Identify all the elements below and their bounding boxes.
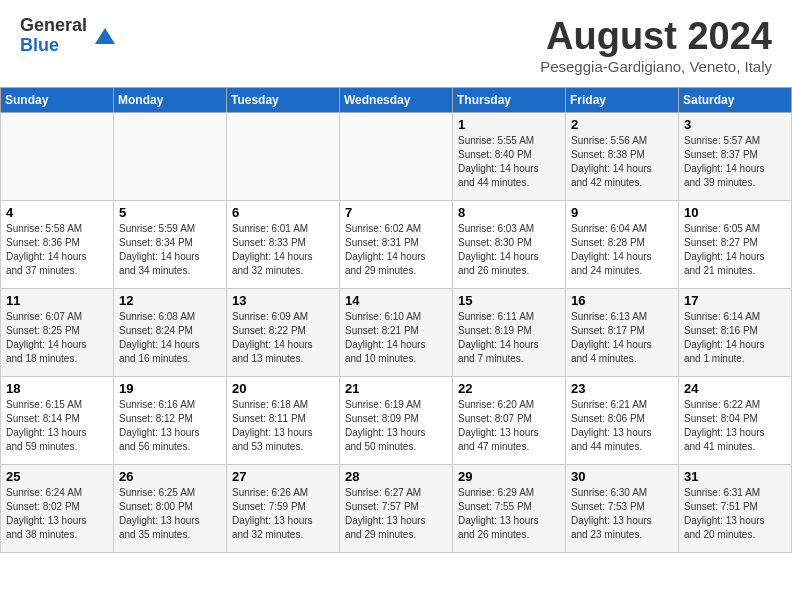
day-info: Sunrise: 5:59 AM Sunset: 8:34 PM Dayligh… <box>119 222 221 278</box>
day-info: Sunrise: 6:02 AM Sunset: 8:31 PM Dayligh… <box>345 222 447 278</box>
day-info: Sunrise: 6:10 AM Sunset: 8:21 PM Dayligh… <box>345 310 447 366</box>
day-info: Sunrise: 6:20 AM Sunset: 8:07 PM Dayligh… <box>458 398 560 454</box>
calendar-table: SundayMondayTuesdayWednesdayThursdayFrid… <box>0 87 792 553</box>
day-number: 19 <box>119 381 221 396</box>
day-number: 24 <box>684 381 786 396</box>
svg-marker-0 <box>95 28 115 44</box>
weekday-header: Saturday <box>679 87 792 112</box>
day-number: 25 <box>6 469 108 484</box>
day-number: 6 <box>232 205 334 220</box>
calendar-cell: 12Sunrise: 6:08 AM Sunset: 8:24 PM Dayli… <box>114 288 227 376</box>
calendar-cell <box>1 112 114 200</box>
calendar-cell: 3Sunrise: 5:57 AM Sunset: 8:37 PM Daylig… <box>679 112 792 200</box>
calendar-cell: 14Sunrise: 6:10 AM Sunset: 8:21 PM Dayli… <box>340 288 453 376</box>
calendar-cell: 27Sunrise: 6:26 AM Sunset: 7:59 PM Dayli… <box>227 464 340 552</box>
calendar-week-row: 11Sunrise: 6:07 AM Sunset: 8:25 PM Dayli… <box>1 288 792 376</box>
day-info: Sunrise: 6:03 AM Sunset: 8:30 PM Dayligh… <box>458 222 560 278</box>
day-info: Sunrise: 6:08 AM Sunset: 8:24 PM Dayligh… <box>119 310 221 366</box>
calendar-cell: 29Sunrise: 6:29 AM Sunset: 7:55 PM Dayli… <box>453 464 566 552</box>
day-info: Sunrise: 6:21 AM Sunset: 8:06 PM Dayligh… <box>571 398 673 454</box>
day-info: Sunrise: 5:56 AM Sunset: 8:38 PM Dayligh… <box>571 134 673 190</box>
day-number: 30 <box>571 469 673 484</box>
day-info: Sunrise: 5:58 AM Sunset: 8:36 PM Dayligh… <box>6 222 108 278</box>
day-info: Sunrise: 6:24 AM Sunset: 8:02 PM Dayligh… <box>6 486 108 542</box>
calendar-cell: 9Sunrise: 6:04 AM Sunset: 8:28 PM Daylig… <box>566 200 679 288</box>
day-number: 23 <box>571 381 673 396</box>
day-number: 12 <box>119 293 221 308</box>
day-info: Sunrise: 6:07 AM Sunset: 8:25 PM Dayligh… <box>6 310 108 366</box>
calendar-cell: 17Sunrise: 6:14 AM Sunset: 8:16 PM Dayli… <box>679 288 792 376</box>
day-info: Sunrise: 6:15 AM Sunset: 8:14 PM Dayligh… <box>6 398 108 454</box>
day-number: 20 <box>232 381 334 396</box>
calendar-cell: 13Sunrise: 6:09 AM Sunset: 8:22 PM Dayli… <box>227 288 340 376</box>
calendar-week-row: 4Sunrise: 5:58 AM Sunset: 8:36 PM Daylig… <box>1 200 792 288</box>
day-number: 7 <box>345 205 447 220</box>
calendar-cell: 31Sunrise: 6:31 AM Sunset: 7:51 PM Dayli… <box>679 464 792 552</box>
calendar-cell: 2Sunrise: 5:56 AM Sunset: 8:38 PM Daylig… <box>566 112 679 200</box>
calendar-cell: 18Sunrise: 6:15 AM Sunset: 8:14 PM Dayli… <box>1 376 114 464</box>
weekday-header: Sunday <box>1 87 114 112</box>
day-number: 17 <box>684 293 786 308</box>
day-number: 29 <box>458 469 560 484</box>
calendar-cell: 6Sunrise: 6:01 AM Sunset: 8:33 PM Daylig… <box>227 200 340 288</box>
weekday-header: Monday <box>114 87 227 112</box>
calendar-cell: 1Sunrise: 5:55 AM Sunset: 8:40 PM Daylig… <box>453 112 566 200</box>
day-info: Sunrise: 6:16 AM Sunset: 8:12 PM Dayligh… <box>119 398 221 454</box>
day-number: 28 <box>345 469 447 484</box>
calendar-cell: 8Sunrise: 6:03 AM Sunset: 8:30 PM Daylig… <box>453 200 566 288</box>
calendar-cell: 15Sunrise: 6:11 AM Sunset: 8:19 PM Dayli… <box>453 288 566 376</box>
month-year-title: August 2024 <box>540 16 772 58</box>
day-info: Sunrise: 6:04 AM Sunset: 8:28 PM Dayligh… <box>571 222 673 278</box>
day-info: Sunrise: 6:13 AM Sunset: 8:17 PM Dayligh… <box>571 310 673 366</box>
day-info: Sunrise: 6:31 AM Sunset: 7:51 PM Dayligh… <box>684 486 786 542</box>
day-number: 26 <box>119 469 221 484</box>
calendar-cell <box>114 112 227 200</box>
day-info: Sunrise: 6:22 AM Sunset: 8:04 PM Dayligh… <box>684 398 786 454</box>
calendar-cell: 30Sunrise: 6:30 AM Sunset: 7:53 PM Dayli… <box>566 464 679 552</box>
day-number: 31 <box>684 469 786 484</box>
day-info: Sunrise: 6:26 AM Sunset: 7:59 PM Dayligh… <box>232 486 334 542</box>
calendar-week-row: 25Sunrise: 6:24 AM Sunset: 8:02 PM Dayli… <box>1 464 792 552</box>
calendar-cell: 5Sunrise: 5:59 AM Sunset: 8:34 PM Daylig… <box>114 200 227 288</box>
weekday-header: Tuesday <box>227 87 340 112</box>
day-number: 8 <box>458 205 560 220</box>
logo-blue: Blue <box>20 36 87 56</box>
day-info: Sunrise: 6:11 AM Sunset: 8:19 PM Dayligh… <box>458 310 560 366</box>
page-header: General Blue August 2024 Peseggia-Gardig… <box>0 0 792 79</box>
day-info: Sunrise: 6:19 AM Sunset: 8:09 PM Dayligh… <box>345 398 447 454</box>
day-info: Sunrise: 6:25 AM Sunset: 8:00 PM Dayligh… <box>119 486 221 542</box>
calendar-cell: 7Sunrise: 6:02 AM Sunset: 8:31 PM Daylig… <box>340 200 453 288</box>
calendar-cell: 24Sunrise: 6:22 AM Sunset: 8:04 PM Dayli… <box>679 376 792 464</box>
day-number: 13 <box>232 293 334 308</box>
calendar-cell: 25Sunrise: 6:24 AM Sunset: 8:02 PM Dayli… <box>1 464 114 552</box>
calendar-cell <box>227 112 340 200</box>
calendar-cell: 19Sunrise: 6:16 AM Sunset: 8:12 PM Dayli… <box>114 376 227 464</box>
day-number: 27 <box>232 469 334 484</box>
day-info: Sunrise: 5:57 AM Sunset: 8:37 PM Dayligh… <box>684 134 786 190</box>
calendar-cell: 22Sunrise: 6:20 AM Sunset: 8:07 PM Dayli… <box>453 376 566 464</box>
day-number: 22 <box>458 381 560 396</box>
calendar-cell: 26Sunrise: 6:25 AM Sunset: 8:00 PM Dayli… <box>114 464 227 552</box>
calendar-cell: 23Sunrise: 6:21 AM Sunset: 8:06 PM Dayli… <box>566 376 679 464</box>
day-info: Sunrise: 6:05 AM Sunset: 8:27 PM Dayligh… <box>684 222 786 278</box>
calendar-week-row: 1Sunrise: 5:55 AM Sunset: 8:40 PM Daylig… <box>1 112 792 200</box>
day-info: Sunrise: 6:09 AM Sunset: 8:22 PM Dayligh… <box>232 310 334 366</box>
day-number: 14 <box>345 293 447 308</box>
day-number: 5 <box>119 205 221 220</box>
day-number: 15 <box>458 293 560 308</box>
day-info: Sunrise: 5:55 AM Sunset: 8:40 PM Dayligh… <box>458 134 560 190</box>
day-info: Sunrise: 6:27 AM Sunset: 7:57 PM Dayligh… <box>345 486 447 542</box>
logo-general: General <box>20 16 87 36</box>
calendar-cell: 20Sunrise: 6:18 AM Sunset: 8:11 PM Dayli… <box>227 376 340 464</box>
calendar-cell: 16Sunrise: 6:13 AM Sunset: 8:17 PM Dayli… <box>566 288 679 376</box>
day-number: 1 <box>458 117 560 132</box>
day-number: 9 <box>571 205 673 220</box>
logo: General Blue <box>20 16 115 56</box>
day-number: 3 <box>684 117 786 132</box>
calendar-cell: 21Sunrise: 6:19 AM Sunset: 8:09 PM Dayli… <box>340 376 453 464</box>
day-info: Sunrise: 6:14 AM Sunset: 8:16 PM Dayligh… <box>684 310 786 366</box>
location-subtitle: Peseggia-Gardigiano, Veneto, Italy <box>540 58 772 75</box>
day-number: 4 <box>6 205 108 220</box>
calendar-cell: 10Sunrise: 6:05 AM Sunset: 8:27 PM Dayli… <box>679 200 792 288</box>
calendar-header-row: SundayMondayTuesdayWednesdayThursdayFrid… <box>1 87 792 112</box>
